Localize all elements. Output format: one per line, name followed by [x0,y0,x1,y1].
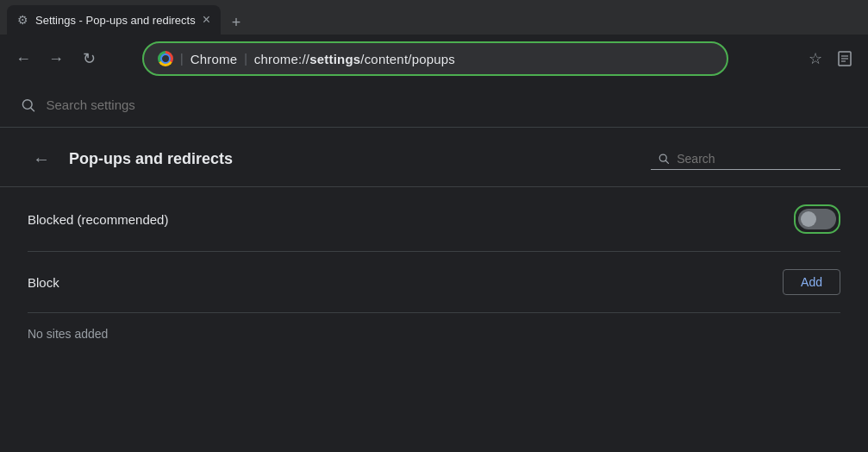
chrome-icon [158,51,173,66]
tab-title: Settings - Pop-ups and redirects [35,14,196,27]
page-title: Pop-ups and redirects [69,150,233,168]
settings-search-box[interactable] [651,148,840,170]
main-content: ← Pop-ups and redirects Blocked (recomme… [0,128,868,355]
tab-close-button[interactable]: × [203,13,210,27]
active-tab[interactable]: ⚙ Settings - Pop-ups and redirects × [7,5,221,35]
settings-back-button[interactable]: ← [28,145,55,173]
reload-button[interactable]: ↻ [76,46,102,72]
back-nav-button[interactable]: ← [10,46,36,72]
svg-line-5 [31,108,34,110]
settings-search-input[interactable] [677,152,834,166]
svg-point-4 [22,99,32,109]
toggle-knob [801,211,816,227]
new-tab-button[interactable]: + [224,10,248,35]
blocked-toggle[interactable] [798,209,836,229]
address-bar-wrapper: | Chrome | chrome://settings/content/pop… [142,41,728,76]
block-setting-row: Block Add [28,252,840,313]
address-separator: | [180,52,184,66]
title-bar: ⚙ Settings - Pop-ups and redirects × + [0,0,868,35]
settings-header: ← Pop-ups and redirects [0,128,868,187]
search-settings-icon [21,97,35,113]
add-button[interactable]: Add [783,269,840,295]
search-settings-input[interactable] [46,97,847,112]
no-sites-label: No sites added [28,327,108,341]
address-bar[interactable]: | Chrome | chrome://settings/content/pop… [142,41,728,76]
url-display: chrome://settings/content/popups [254,52,455,66]
address-bar-icons: ☆ [802,46,858,72]
forward-nav-button[interactable]: → [43,46,69,72]
tab-area: ⚙ Settings - Pop-ups and redirects × + [7,0,248,35]
toggle-container [794,204,840,234]
block-label: Block [28,275,59,290]
settings-header-left: ← Pop-ups and redirects [28,145,233,173]
bookmark-icon[interactable]: ☆ [802,46,828,72]
content-area: Blocked (recommended) Block Add No sites… [0,187,868,355]
tab-settings-icon: ⚙ [17,13,28,27]
blocked-label: Blocked (recommended) [28,212,168,227]
no-sites-row: No sites added [28,313,840,355]
settings-search-right [651,148,840,170]
browser-name-label: Chrome [190,52,238,66]
pdf-icon[interactable] [832,46,858,72]
blocked-setting-row: Blocked (recommended) [28,187,840,252]
address-bar-row: ← → ↻ | Chrome | chrome://settings/conte… [0,35,868,83]
svg-line-7 [665,160,668,163]
search-settings-bar [0,83,868,128]
settings-search-icon [658,152,670,166]
address-pipe: | [244,52,247,66]
